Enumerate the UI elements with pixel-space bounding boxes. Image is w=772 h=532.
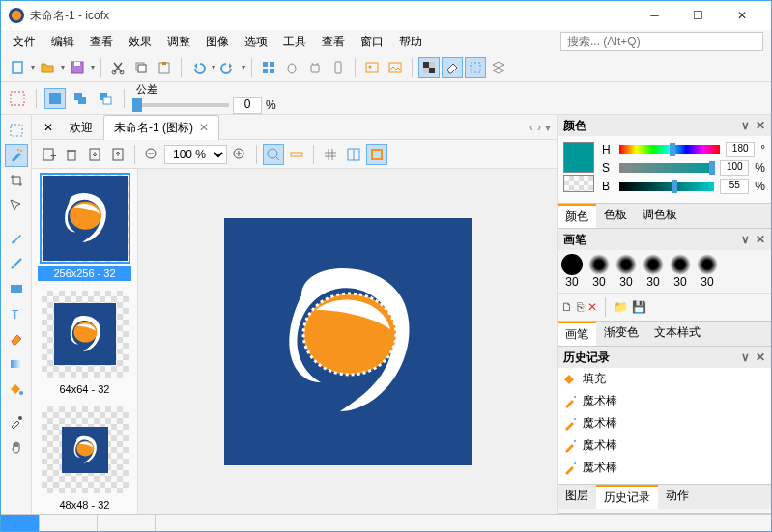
rect-tool[interactable] xyxy=(5,277,28,300)
bright-slider[interactable] xyxy=(619,182,714,191)
menu-效果[interactable]: 效果 xyxy=(121,31,159,53)
eraser-toggle[interactable] xyxy=(442,57,463,78)
redo-dropdown[interactable]: ▾ xyxy=(242,63,245,71)
color-subtab[interactable]: 色板 xyxy=(596,204,635,228)
panel-close-icon[interactable]: ✕ xyxy=(756,350,765,364)
brush-subtab[interactable]: 文本样式 xyxy=(646,322,708,346)
panel-collapse-icon[interactable]: ∨ xyxy=(741,233,750,246)
select-rect-icon[interactable] xyxy=(7,88,28,109)
text-tool[interactable]: T xyxy=(5,302,28,325)
background-swatch[interactable] xyxy=(563,175,594,192)
foreground-swatch[interactable] xyxy=(563,142,594,173)
grid-button[interactable] xyxy=(320,144,341,165)
tabs-close-icon[interactable]: ✕ xyxy=(38,117,59,138)
thumbnail[interactable]: 64x64 - 32 xyxy=(38,291,131,397)
ruler-button[interactable] xyxy=(286,144,307,165)
new-button[interactable] xyxy=(7,57,28,78)
brush-subtab[interactable]: 画笔 xyxy=(558,322,596,346)
history-item[interactable]: 魔术棒 xyxy=(558,390,771,412)
menu-帮助[interactable]: 帮助 xyxy=(391,31,430,53)
fill-tool[interactable] xyxy=(5,378,28,401)
tolerance-value[interactable]: 0 xyxy=(233,97,262,114)
maximize-button[interactable]: ☐ xyxy=(676,1,720,30)
tab-next[interactable]: › xyxy=(537,121,541,134)
color-subtab[interactable]: 颜色 xyxy=(558,204,596,228)
minimize-button[interactable]: ─ xyxy=(633,1,676,30)
image2-button[interactable] xyxy=(385,57,406,78)
menu-查看[interactable]: 查看 xyxy=(82,31,121,53)
tab-close-icon[interactable]: ✕ xyxy=(199,121,209,134)
redo-button[interactable] xyxy=(217,57,239,78)
brush-tool[interactable] xyxy=(5,227,28,250)
marquee-tool[interactable] xyxy=(5,119,28,142)
search-input[interactable] xyxy=(560,32,763,51)
menu-图像[interactable]: 图像 xyxy=(198,31,237,53)
brush-del-icon[interactable]: ✕ xyxy=(587,300,597,314)
export-button[interactable] xyxy=(84,144,105,165)
brush-subtab[interactable]: 渐变色 xyxy=(596,322,646,346)
zoom-out-button[interactable] xyxy=(141,144,162,165)
canvas[interactable] xyxy=(224,218,472,465)
history-item[interactable]: 填充 xyxy=(558,368,771,390)
crop-tool[interactable] xyxy=(5,169,28,192)
sel-add-icon[interactable] xyxy=(70,88,91,109)
brush-preset[interactable]: 30 xyxy=(615,254,637,289)
canvas-area[interactable] xyxy=(138,169,557,514)
brush-new-icon[interactable]: 🗋 xyxy=(561,300,573,314)
welcome-tab[interactable]: 欢迎 xyxy=(59,115,103,140)
menu-工具[interactable]: 工具 xyxy=(275,31,314,53)
search-box[interactable] xyxy=(560,32,763,51)
history-item[interactable]: 魔术棒 xyxy=(558,434,771,457)
wand-tool[interactable] xyxy=(5,144,28,167)
checker-toggle[interactable] xyxy=(418,57,440,78)
panel-close-icon[interactable]: ✕ xyxy=(756,119,765,132)
thumbnail[interactable]: 256x256 - 32 xyxy=(38,175,131,281)
history-subtab[interactable]: 图层 xyxy=(558,485,596,509)
panel-close-icon[interactable]: ✕ xyxy=(756,233,765,246)
layers-icon[interactable] xyxy=(488,57,509,78)
hand-tool[interactable] xyxy=(5,435,28,459)
save-dropdown[interactable]: ▾ xyxy=(91,63,95,71)
line-tool[interactable] xyxy=(5,252,28,275)
menu-文件[interactable]: 文件 xyxy=(5,31,43,53)
thumbnail[interactable]: 48x48 - 32 xyxy=(38,406,131,513)
bounds-toggle[interactable] xyxy=(465,57,486,78)
zoom-in-button[interactable] xyxy=(229,144,250,165)
tolerance-slider[interactable] xyxy=(132,103,229,107)
panel-collapse-icon[interactable]: ∨ xyxy=(741,119,750,132)
menu-选项[interactable]: 选项 xyxy=(237,31,275,53)
delete-size-button[interactable] xyxy=(61,144,82,165)
panel-collapse-icon[interactable]: ∨ xyxy=(741,350,750,364)
brush-preset[interactable]: 30 xyxy=(670,254,691,289)
brush-preset[interactable]: 30 xyxy=(697,254,718,289)
history-item[interactable]: 魔术棒 xyxy=(558,412,771,434)
tab-prev[interactable]: ‹ xyxy=(529,121,533,134)
sel-sub-icon[interactable] xyxy=(95,88,116,109)
sat-slider[interactable] xyxy=(619,163,714,173)
android-icon[interactable] xyxy=(304,57,326,78)
document-tab[interactable]: 未命名-1 (图标)✕ xyxy=(103,115,219,140)
cut-button[interactable] xyxy=(107,57,129,78)
image-button[interactable] xyxy=(361,57,383,78)
gradient-tool[interactable] xyxy=(5,352,28,376)
brush-dup-icon[interactable]: ⎘ xyxy=(577,300,584,314)
history-subtab[interactable]: 历史记录 xyxy=(596,485,658,509)
eraser-tool[interactable] xyxy=(5,327,28,350)
tab-menu[interactable]: ▾ xyxy=(545,121,551,134)
mobile-icon[interactable] xyxy=(328,57,349,78)
guides-button[interactable] xyxy=(343,144,364,165)
brush-preset[interactable]: 30 xyxy=(588,254,610,289)
sel-new-icon[interactable] xyxy=(44,88,66,109)
save-button[interactable] xyxy=(67,57,88,78)
zoom-tool-button[interactable] xyxy=(263,144,284,165)
menu-查看[interactable]: 查看 xyxy=(314,31,353,53)
brush-preset[interactable]: 30 xyxy=(643,254,664,289)
bounds-button[interactable] xyxy=(366,144,387,165)
brush-save-icon[interactable]: 💾 xyxy=(632,300,646,314)
brush-preset[interactable]: 30 xyxy=(561,254,583,289)
zoom-select[interactable]: 100 % xyxy=(164,145,227,164)
menu-窗口[interactable]: 窗口 xyxy=(353,31,391,53)
new-dropdown[interactable]: ▾ xyxy=(31,63,35,71)
undo-dropdown[interactable]: ▾ xyxy=(212,63,215,71)
open-button[interactable] xyxy=(37,57,58,78)
